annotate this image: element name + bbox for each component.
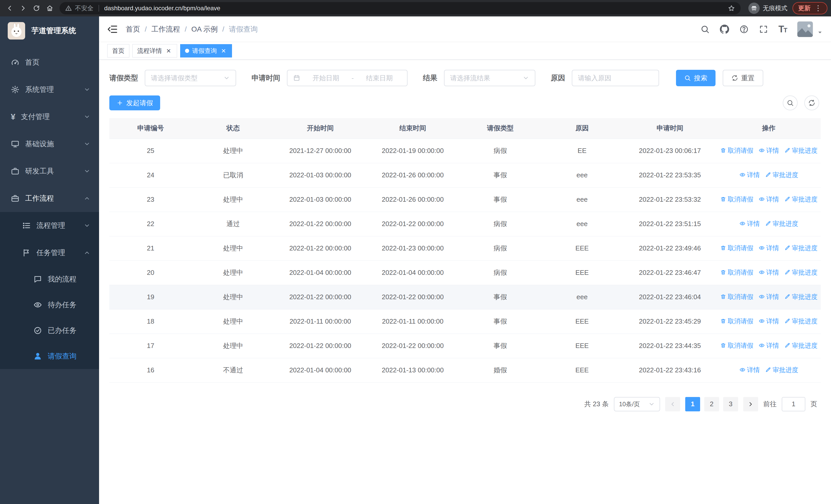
action-progress[interactable]: 审批进度	[784, 195, 818, 204]
sidebar-item-workflow[interactable]: 工作流程	[0, 185, 99, 212]
cell-id: 23	[109, 187, 192, 212]
reload-icon[interactable]	[30, 2, 42, 14]
briefcase-icon	[11, 194, 20, 203]
logo-avatar	[8, 22, 25, 39]
sidebar-item-done-tasks[interactable]: 已办任务	[0, 318, 99, 343]
reason-input[interactable]	[572, 70, 659, 86]
sidebar-collapse-icon[interactable]	[107, 24, 118, 35]
tab-leave-query[interactable]: 请假查询×	[180, 44, 232, 58]
action-detail[interactable]: 详情	[758, 244, 779, 252]
action-progress[interactable]: 审批进度	[765, 171, 798, 179]
tab-home[interactable]: 首页	[107, 44, 130, 58]
sidebar-item-home[interactable]: 首页	[0, 49, 99, 76]
chevron-down-icon	[223, 75, 230, 81]
sidebar-item-task-management[interactable]: 任务管理	[0, 239, 99, 266]
not-secure-warning-icon[interactable]	[65, 5, 72, 11]
refresh-table-button[interactable]	[804, 95, 819, 110]
breadcrumb-item[interactable]: 首页	[126, 24, 140, 34]
breadcrumb-item[interactable]: OA 示例	[192, 24, 218, 34]
goto-page-input[interactable]	[782, 397, 805, 411]
page-size-value: 10条/页	[619, 400, 640, 408]
action-progress[interactable]: 审批进度	[784, 293, 818, 301]
cell-start: 2022-01-22 00:00:00	[274, 334, 366, 358]
yen-icon: ¥	[11, 113, 16, 121]
filter-form: 请假类型 请选择请假类型 申请时间 开始日期 - 结束日期 结果 请选择流结果	[109, 70, 821, 86]
action-detail[interactable]: 详情	[758, 195, 779, 204]
next-page-button[interactable]	[743, 397, 758, 411]
cell-apply_time: 2022-01-22 23:53:32	[623, 187, 717, 212]
user-avatar[interactable]	[797, 21, 813, 37]
page-button-3[interactable]: 3	[723, 397, 738, 411]
page-button-1[interactable]: 1	[685, 397, 700, 411]
forward-icon[interactable]	[17, 2, 29, 14]
end-date-input[interactable]: 结束日期	[357, 73, 401, 83]
chat-icon	[33, 275, 42, 284]
action-progress[interactable]: 审批进度	[765, 366, 798, 374]
action-detail[interactable]: 详情	[758, 317, 779, 325]
sidebar-item-leave-query[interactable]: 请假查询	[0, 343, 99, 369]
url-text[interactable]: dashboard.yudao.iocoder.cn/bpm/oa/leave	[104, 5, 725, 12]
action-detail[interactable]: 详情	[739, 219, 760, 228]
sidebar-menu: 首页系统管理¥支付管理基础设施研发工具工作流程流程管理任务管理我的流程待办任务已…	[0, 45, 99, 504]
breadcrumb-item[interactable]: 工作流程	[151, 24, 180, 34]
sidebar-item-my-process[interactable]: 我的流程	[0, 266, 99, 292]
sidebar-item-payment[interactable]: ¥支付管理	[0, 103, 99, 130]
close-icon[interactable]: ×	[165, 47, 172, 54]
close-icon[interactable]: ×	[220, 47, 227, 54]
page-size-select[interactable]: 10条/页	[614, 397, 660, 411]
action-detail[interactable]: 详情	[758, 293, 779, 301]
sidebar-item-process-management[interactable]: 流程管理	[0, 212, 99, 239]
browser-update-chip[interactable]: 更新 ⋮	[793, 2, 827, 14]
action-cancel[interactable]: 取消请假	[720, 268, 753, 277]
action-cancel[interactable]: 取消请假	[720, 244, 753, 252]
start-date-input[interactable]: 开始日期	[304, 73, 348, 83]
action-progress[interactable]: 审批进度	[784, 341, 818, 350]
action-progress[interactable]: 审批进度	[784, 146, 818, 155]
page-button-2[interactable]: 2	[704, 397, 719, 411]
github-icon[interactable]	[720, 25, 729, 34]
action-cancel[interactable]: 取消请假	[720, 146, 753, 155]
sidebar-item-todo-tasks[interactable]: 待办任务	[0, 292, 99, 318]
result-select[interactable]: 请选择流结果	[444, 70, 535, 86]
sidebar-item-dev-tools[interactable]: 研发工具	[0, 157, 99, 185]
create-leave-button[interactable]: 发起请假	[109, 95, 160, 110]
search-button[interactable]: 搜索	[676, 70, 716, 86]
action-detail[interactable]: 详情	[739, 366, 760, 374]
action-detail[interactable]: 详情	[758, 146, 779, 155]
pen-icon	[784, 294, 791, 300]
sidebar-item-infrastructure[interactable]: 基础设施	[0, 130, 99, 157]
tab-process-detail[interactable]: 流程详情×	[133, 44, 177, 58]
leave-type-select[interactable]: 请选择请假类型	[145, 70, 236, 86]
table-row: 17处理中2022-01-22 00:00:002022-01-22 00:00…	[109, 334, 821, 358]
search-button-label: 搜索	[694, 73, 707, 83]
home-icon[interactable]	[44, 2, 56, 14]
action-cancel[interactable]: 取消请假	[720, 341, 753, 350]
caret-down-icon[interactable]	[817, 30, 823, 35]
action-detail[interactable]: 详情	[758, 341, 779, 350]
date-range-picker[interactable]: 开始日期 - 结束日期	[287, 70, 407, 86]
action-progress[interactable]: 审批进度	[784, 317, 818, 325]
sidebar-item-system[interactable]: 系统管理	[0, 76, 99, 103]
cell-end: 2022-01-13 00:00:00	[366, 358, 459, 382]
action-progress[interactable]: 审批进度	[784, 244, 818, 252]
action-progress[interactable]: 审批进度	[784, 268, 818, 277]
logo[interactable]: 芋道管理系统	[0, 17, 99, 45]
action-cancel[interactable]: 取消请假	[720, 195, 753, 204]
bookmark-star-icon[interactable]	[728, 5, 735, 12]
back-icon[interactable]	[4, 2, 16, 14]
fullscreen-icon[interactable]	[759, 25, 768, 34]
font-size-icon[interactable]: TT	[778, 25, 787, 34]
help-icon[interactable]	[739, 25, 749, 34]
action-cancel[interactable]: 取消请假	[720, 317, 753, 325]
search-icon[interactable]	[700, 25, 710, 34]
browser-menu-icon[interactable]: ⋮	[814, 5, 822, 12]
address-bar[interactable]: 不安全 dashboard.yudao.iocoder.cn/bpm/oa/le…	[60, 2, 741, 14]
reset-button[interactable]: 重置	[723, 70, 763, 86]
action-cancel[interactable]: 取消请假	[720, 293, 753, 301]
prev-page-button[interactable]	[665, 397, 680, 411]
action-detail[interactable]: 详情	[739, 171, 760, 179]
table-header-row: 申请编号状态开始时间结束时间请假类型原因申请时间操作	[109, 118, 821, 139]
action-detail[interactable]: 详情	[758, 268, 779, 277]
action-progress[interactable]: 审批进度	[765, 219, 798, 228]
toggle-search-button[interactable]	[783, 95, 798, 110]
